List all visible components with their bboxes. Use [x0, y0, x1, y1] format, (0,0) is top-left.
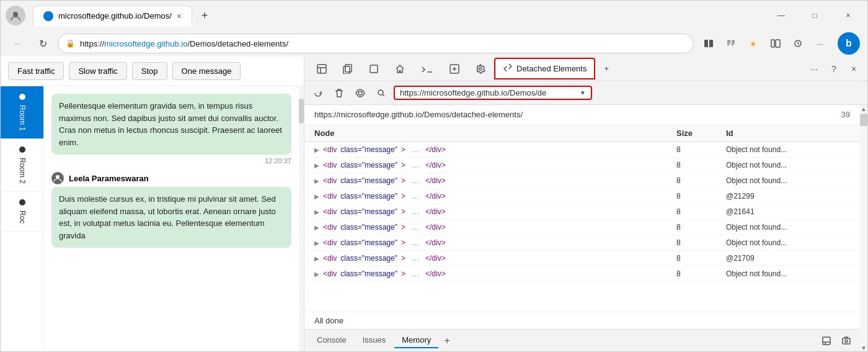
devtools-tab-network[interactable]	[442, 60, 467, 78]
maximize-button[interactable]: □	[800, 6, 829, 25]
expand-arrow-4[interactable]: ▶	[314, 193, 319, 200]
back-button[interactable]: ←	[8, 34, 28, 53]
table-body: ▶ <div class="message">…</div> 8 Object …	[304, 142, 860, 304]
bottom-tab-issues[interactable]: Issues	[355, 333, 394, 348]
expand-arrow-8[interactable]: ▶	[314, 255, 319, 262]
room-2-label: Room 2	[18, 158, 27, 184]
message-2-text: Duis molestie cursus ex, in tristique mi…	[59, 194, 276, 240]
url-bar[interactable]: 🔒 https://microsoftedge.github.io/Demos/…	[58, 34, 694, 53]
devtools-refresh-button[interactable]	[309, 84, 327, 102]
bottom-tab-console[interactable]: Console	[309, 333, 354, 348]
room-2-item[interactable]: Room 2	[1, 139, 43, 192]
one-message-button[interactable]: One message	[172, 62, 241, 80]
minimize-button[interactable]: —	[767, 6, 795, 25]
chat-scroll-thumb[interactable]	[299, 99, 304, 124]
id-cell-8: @21709	[726, 254, 850, 263]
devtools-url-input[interactable]: https://microsoftedge.github.io/Demos/de…	[394, 86, 592, 100]
status-text: All done	[314, 316, 343, 325]
split-screen-button[interactable]	[766, 34, 786, 53]
table-row[interactable]: ▶ <div class="message">…</div> 8 Object …	[304, 158, 860, 173]
devtools-tab-console[interactable]	[414, 60, 441, 78]
address-bar: ← ↻ 🔒 https://microsoftedge.github.io/De…	[1, 30, 867, 56]
message-1-time: 12:20:37	[51, 157, 291, 165]
svg-rect-10	[370, 65, 378, 73]
profile-button[interactable]	[6, 6, 25, 25]
devtools-scroll-thumb[interactable]	[860, 114, 867, 126]
bottom-tab-add-button[interactable]: +	[440, 333, 454, 348]
sender-name: Leela Parameswaran	[69, 174, 149, 183]
devtools-tab-actions: ··· ? ×	[805, 60, 862, 78]
devtools-more-button[interactable]: ···	[805, 60, 823, 78]
table-row[interactable]: ▶ <div class="message">…</div> 8 Object …	[304, 266, 860, 282]
expand-arrow-9[interactable]: ▶	[314, 271, 319, 278]
stop-button[interactable]: Stop	[132, 62, 167, 80]
table-row[interactable]: ▶ <div class="message">…</div> 8 Object …	[304, 235, 860, 251]
bottom-tab-memory[interactable]: Memory	[394, 333, 438, 348]
size-cell-7: 8	[676, 238, 726, 247]
url-domain: microsoftedge.github.io	[104, 39, 187, 48]
favorites-button[interactable]: ★	[743, 34, 763, 53]
devtools-delete-button[interactable]	[330, 84, 348, 102]
new-tab-button[interactable]: +	[195, 6, 215, 25]
devtools-panel: Detached Elements + ··· ? ×	[304, 56, 867, 351]
table-row[interactable]: ▶ <div class="message">…</div> 8 @21709	[304, 251, 860, 266]
scroll-up-button[interactable]: ▲	[860, 105, 867, 112]
bottom-screenshot-button[interactable]	[838, 332, 855, 350]
size-cell-4: 8	[676, 192, 726, 201]
reading-view-button[interactable]	[699, 34, 719, 53]
table-row[interactable]: ▶ <div class="message">…</div> 8 Object …	[304, 173, 860, 189]
bing-button[interactable]: b	[838, 32, 860, 55]
id-cell-6: Object not found...	[726, 223, 850, 232]
message-1-text: Pellentesque elementum gravida sem, in t…	[59, 101, 282, 147]
browser-essentials-button[interactable]	[788, 34, 808, 53]
devtools-tab-settings[interactable]	[468, 60, 493, 78]
devtools-tab-copy[interactable]	[335, 60, 360, 78]
devtools-content-url: https://microsoftedge.github.io/Demos/de…	[314, 110, 523, 119]
devtools-search-button[interactable]	[373, 84, 390, 102]
room-1-label: Room 1	[18, 105, 27, 131]
node-cell-1: ▶ <div class="message">…</div>	[314, 145, 676, 154]
devtools-tab-inspector[interactable]	[309, 60, 334, 78]
devtools-scrollbar[interactable]: ▲ ▼	[860, 105, 867, 351]
slow-traffic-button[interactable]: Slow traffic	[69, 62, 126, 80]
more-tools-button[interactable]: ···	[810, 34, 830, 53]
devtools-close-button[interactable]: ×	[845, 60, 862, 78]
detached-count: 39	[841, 110, 850, 119]
chat-scrollbar[interactable]	[299, 86, 304, 351]
table-row[interactable]: ▶ <div class="message">…</div> 8 Object …	[304, 220, 860, 235]
scroll-down-button[interactable]: ▼	[860, 344, 867, 351]
address-actions: ★ ···	[699, 34, 830, 53]
devtools-help-button[interactable]: ?	[825, 60, 843, 78]
url-prefix: https://	[80, 39, 104, 48]
expand-arrow-2[interactable]: ▶	[314, 162, 319, 169]
devtools-tab-add[interactable]: +	[596, 60, 616, 77]
immersive-reader-button[interactable]	[721, 34, 741, 53]
devtools-tab-detached-elements[interactable]: Detached Elements	[494, 58, 595, 79]
devtools-view-button[interactable]	[352, 84, 369, 102]
room-1-item[interactable]: Room 1	[1, 86, 43, 139]
node-cell-9: ▶ <div class="message">…</div>	[314, 269, 676, 278]
devtools-tab-home[interactable]	[388, 60, 412, 78]
devtools-toolbar: https://microsoftedge.github.io/Demos/de…	[304, 81, 867, 105]
devtools-url-dropdown-icon[interactable]: ▼	[580, 89, 586, 96]
devtools-tab-box[interactable]	[361, 60, 386, 78]
expand-arrow-5[interactable]: ▶	[314, 209, 319, 215]
bottom-undock-button[interactable]	[818, 332, 835, 350]
tab-close-button[interactable]: ×	[177, 11, 182, 21]
node-cell-8: ▶ <div class="message">…</div>	[314, 254, 676, 263]
room-3-item[interactable]: Roc	[1, 192, 43, 232]
fast-traffic-button[interactable]: Fast traffic	[8, 62, 64, 80]
table-row[interactable]: ▶ <div class="message">…</div> 8 Object …	[304, 142, 860, 158]
title-bar: microsoftedge.github.io/Demos/ × + — □ ×	[1, 1, 867, 30]
expand-arrow-3[interactable]: ▶	[314, 178, 319, 184]
expand-arrow-1[interactable]: ▶	[314, 147, 319, 153]
message-2-bubble: Duis molestie cursus ex, in tristique mi…	[51, 187, 291, 248]
table-row[interactable]: ▶ <div class="message">…</div> 8 @21299	[304, 189, 860, 204]
expand-arrow-7[interactable]: ▶	[314, 240, 319, 246]
active-tab[interactable]: microsoftedge.github.io/Demos/ ×	[33, 6, 192, 26]
expand-arrow-6[interactable]: ▶	[314, 224, 319, 231]
table-row[interactable]: ▶ <div class="message">…</div> 8 @21641	[304, 204, 860, 220]
message-1: Pellentesque elementum gravida sem, in t…	[51, 94, 291, 165]
refresh-button[interactable]: ↻	[33, 34, 53, 53]
close-button[interactable]: ×	[834, 6, 862, 25]
